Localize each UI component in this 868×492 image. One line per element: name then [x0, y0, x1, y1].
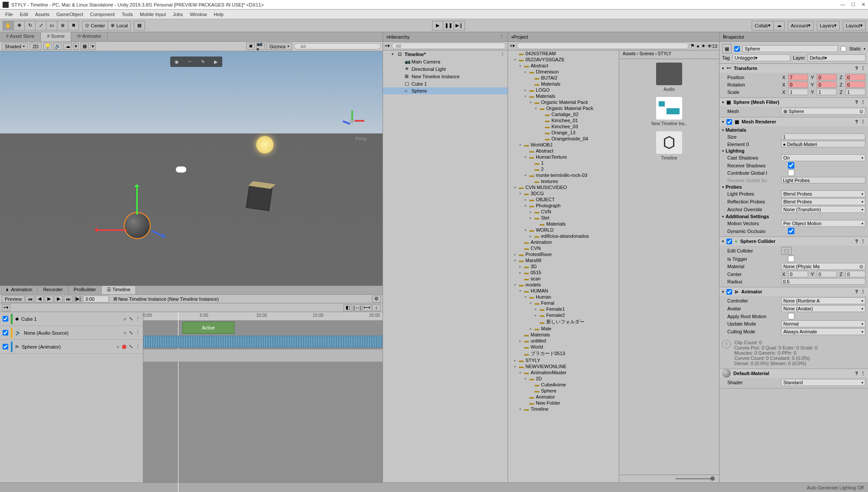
- hierarchy-search[interactable]: [392, 43, 506, 49]
- project-grid-slider[interactable]: [619, 475, 719, 482]
- filter-icon[interactable]: ⚑: [690, 43, 695, 49]
- project-tree-item[interactable]: ▬Materials: [508, 221, 619, 227]
- timeline-track[interactable]: ⊳Sphere (Animator)○⤡⋮: [0, 340, 143, 354]
- scene-viewport[interactable]: ◉⬳✎▶ Persp: [0, 51, 383, 286]
- timeline-play[interactable]: ▶: [45, 296, 53, 303]
- project-tree-item[interactable]: ▸▬DImenison: [508, 69, 619, 75]
- project-breadcrumb[interactable]: Assets › Scenes › STYLY: [619, 50, 719, 59]
- play-button[interactable]: ▶: [432, 21, 443, 30]
- hierarchy-add[interactable]: +▾: [385, 43, 390, 49]
- project-tree-item[interactable]: ▬0426STREAM: [508, 50, 619, 57]
- scene-float-btn[interactable]: ⬳: [183, 57, 196, 67]
- project-tree-item[interactable]: ▬Abstract: [508, 148, 619, 154]
- add-track-button[interactable]: +▾: [2, 304, 10, 311]
- project-tree-item[interactable]: ▬Materials: [508, 81, 619, 87]
- menu-assets[interactable]: Assets: [32, 11, 53, 18]
- project-search[interactable]: [517, 43, 689, 49]
- x-field[interactable]: [788, 74, 808, 80]
- project-tree-item[interactable]: ▬CVN: [508, 245, 619, 251]
- hierarchy-item[interactable]: ▢Cube 1: [383, 80, 508, 87]
- layout-dropdown[interactable]: Layout▾: [843, 21, 866, 30]
- project-tree-item[interactable]: ▾▬Organic Material Pack: [508, 99, 619, 105]
- x-field[interactable]: [788, 89, 808, 95]
- layers-dropdown[interactable]: Layers▾: [817, 21, 840, 30]
- y-field[interactable]: [817, 89, 837, 95]
- project-tree-item[interactable]: ▬New Folder: [508, 400, 619, 406]
- project-tree-item[interactable]: ▾▬Abstract: [508, 63, 619, 69]
- component-menu-icon[interactable]: ⋮: [861, 66, 865, 71]
- x-axis-arrow[interactable]: [96, 229, 127, 231]
- project-tree-item[interactable]: ▸▬CVN: [508, 209, 619, 215]
- timeline-track[interactable]: ◆Cube 1○⤡⋮: [0, 312, 143, 326]
- grid-icon[interactable]: ▦: [80, 43, 89, 50]
- scene-tab[interactable]: ⟳ Animator: [71, 32, 108, 41]
- menu-file[interactable]: File: [2, 11, 17, 18]
- project-tree-item[interactable]: ▬Kimchee_01: [508, 117, 619, 123]
- project-tree-item[interactable]: ▸▬OBJECT: [508, 196, 619, 203]
- project-tree-item[interactable]: ▬Sphere: [508, 388, 619, 394]
- layer-dropdown[interactable]: Default▾: [808, 54, 865, 61]
- move-tool[interactable]: ✥: [13, 21, 25, 30]
- project-tree-item[interactable]: ▾▬HUMAN: [508, 288, 619, 294]
- project-tree-item[interactable]: ▬CubeAnime: [508, 382, 619, 388]
- bottom-tab[interactable]: ☰ Timeline: [102, 286, 136, 294]
- project-tree-item[interactable]: ▬1: [508, 160, 619, 166]
- scene-float-btn[interactable]: ◉: [170, 57, 183, 67]
- component-help-icon[interactable]: ?: [855, 66, 858, 71]
- project-tree-item[interactable]: ▾▬models: [508, 282, 619, 288]
- bottom-tab[interactable]: ProBuilder: [69, 286, 102, 294]
- audio-clip[interactable]: [143, 336, 383, 348]
- bottom-tab[interactable]: Recorder: [38, 286, 68, 294]
- preview-button[interactable]: Preview: [2, 295, 25, 303]
- menu-help[interactable]: Help: [210, 11, 227, 18]
- project-tree-item[interactable]: ▾▬Organic Material Pack: [508, 105, 619, 111]
- y-field[interactable]: [817, 81, 837, 88]
- project-tree-item[interactable]: ▾▬CVN MUSICVIDEO: [508, 184, 619, 190]
- timeline-range[interactable]: [▶]: [73, 296, 82, 303]
- gizmos-dropdown[interactable]: Gizmos▾: [266, 43, 292, 50]
- object-active-checkbox[interactable]: [734, 46, 740, 52]
- project-tree-item[interactable]: ▾▬2D: [508, 376, 619, 382]
- project-tree-item[interactable]: ▸▬0515: [508, 269, 619, 276]
- pivot-local[interactable]: ⊕Local: [108, 21, 131, 30]
- object-name-field[interactable]: [743, 45, 838, 52]
- timeline-first[interactable]: ⏮: [26, 296, 34, 303]
- hierarchy-item[interactable]: ☀Directional Light: [383, 65, 508, 73]
- hidden-count[interactable]: 👁13: [707, 43, 717, 49]
- mesh-field[interactable]: ⊞ Sphere⊙: [781, 108, 865, 115]
- hierarchy-item[interactable]: 📷Main Camera: [383, 58, 508, 65]
- bottom-tab[interactable]: ⏵ Animation: [0, 286, 38, 294]
- project-tree-item[interactable]: ▸▬LOGO: [508, 87, 619, 93]
- project-tree-item[interactable]: ▾▬Mars89: [508, 257, 619, 263]
- project-tree-item[interactable]: ▾▬WORLD: [508, 227, 619, 233]
- project-tree-item[interactable]: ▾▬0522AVYSSGAZE: [508, 57, 619, 63]
- maximize-button[interactable]: ☐: [851, 2, 855, 7]
- hand-tool[interactable]: ✋: [3, 21, 14, 30]
- project-tree-item[interactable]: ▬Cartalige_02: [508, 111, 619, 117]
- scene-cam-icon2[interactable]: 📷▾: [256, 43, 265, 50]
- project-tree-item[interactable]: ▾▬Photograph: [508, 203, 619, 209]
- tl-snap3[interactable]: ↕: [372, 304, 381, 311]
- tl-marker[interactable]: ◧: [343, 304, 352, 311]
- menu-mobile-input[interactable]: Mobile Input: [136, 11, 169, 18]
- project-tree-item[interactable]: ▬2: [508, 166, 619, 172]
- pivot-center[interactable]: ⊙Center: [82, 21, 108, 30]
- menu-tools[interactable]: Tools: [118, 11, 136, 18]
- menu-gameobject[interactable]: GameObject: [53, 11, 87, 18]
- static-checkbox[interactable]: [841, 46, 846, 52]
- project-tree-item[interactable]: ▬BUTAI2: [508, 75, 619, 81]
- project-tree-item[interactable]: ▸▬Male: [508, 326, 619, 332]
- menu-jobs[interactable]: Jobs: [169, 11, 186, 18]
- cube-object[interactable]: [246, 185, 273, 211]
- project-tree-item[interactable]: ▾▬Materials: [508, 93, 619, 99]
- timeline-settings[interactable]: ⚙: [372, 296, 381, 303]
- project-tree-item[interactable]: ▸▬edificios-abandonados: [508, 233, 619, 239]
- project-tree-item[interactable]: ▾▬monte-terminillo-rock-03: [508, 172, 619, 178]
- orientation-gizmo[interactable]: [339, 108, 365, 134]
- scale-tool[interactable]: ⤢: [35, 21, 46, 30]
- scene-float-btn[interactable]: ▶: [209, 57, 222, 67]
- timeline-time-field[interactable]: [83, 296, 109, 303]
- scene-extras[interactable]: ▾: [73, 43, 79, 50]
- pause-button[interactable]: ❚❚: [443, 21, 454, 30]
- z-field[interactable]: [845, 81, 865, 88]
